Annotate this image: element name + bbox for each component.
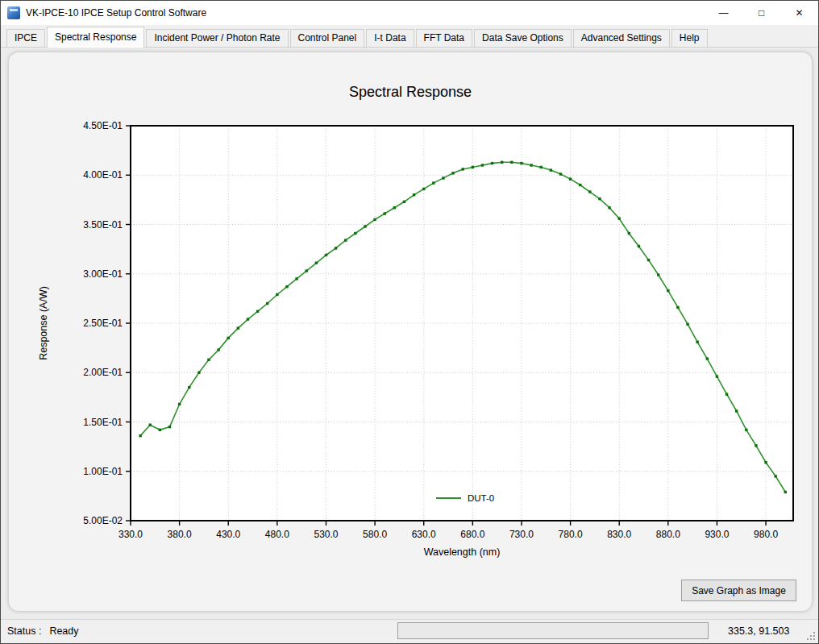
tab-ipce[interactable]: IPCE	[6, 29, 45, 47]
minimize-button[interactable]: —	[705, 1, 742, 25]
status-text: Status :Ready	[7, 625, 79, 637]
svg-text:2.50E-01: 2.50E-01	[83, 318, 123, 329]
svg-text:4.00E-01: 4.00E-01	[83, 169, 123, 181]
svg-text:880.0: 880.0	[656, 529, 680, 540]
svg-text:3.50E-01: 3.50E-01	[83, 219, 123, 231]
tab-strip: IPCESpectral ResponseIncident Power / Ph…	[1, 25, 818, 48]
tab-incident-power-photon-rate[interactable]: Incident Power / Photon Rate	[146, 29, 288, 47]
tab-fft-data[interactable]: FFT Data	[416, 29, 472, 47]
close-button[interactable]: ✕	[780, 1, 818, 25]
svg-text:1.00E-01: 1.00E-01	[83, 466, 123, 477]
svg-text:630.0: 630.0	[412, 529, 436, 540]
app-window: VK-IPCE-10 IPCE Setup Control Software —…	[0, 0, 819, 644]
svg-text:330.0: 330.0	[118, 529, 143, 540]
cursor-coordinates-readout: 335.3, 91.503	[728, 625, 789, 637]
svg-text:1.50E-01: 1.50E-01	[83, 417, 123, 428]
status-label: Status :	[7, 625, 41, 637]
svg-text:930.0: 930.0	[705, 529, 729, 540]
svg-text:430.0: 430.0	[216, 529, 240, 540]
svg-text:780.0: 780.0	[559, 529, 583, 540]
status-bar: Status :Ready 335.3, 91.503	[1, 619, 818, 643]
resize-grip-icon[interactable]	[806, 631, 816, 641]
svg-text:530.0: 530.0	[314, 529, 338, 540]
status-value: Ready	[49, 625, 78, 637]
svg-text:580.0: 580.0	[363, 529, 387, 540]
window-controls: —□✕	[705, 1, 818, 25]
window-title: VK-IPCE-10 IPCE Setup Control Software	[26, 7, 206, 19]
svg-text:5.00E-02: 5.00E-02	[83, 515, 123, 526]
svg-text:680.0: 680.0	[460, 529, 484, 540]
svg-text:4.50E-01: 4.50E-01	[83, 120, 123, 131]
tab-spectral-response[interactable]: Spectral Response	[47, 27, 144, 48]
x-tick-labels: 330.0380.0430.0480.0530.0580.0630.0680.0…	[118, 529, 778, 540]
tab-i-t-data[interactable]: I-t Data	[366, 29, 414, 47]
svg-text:3.00E-01: 3.00E-01	[83, 268, 123, 280]
title-bar: VK-IPCE-10 IPCE Setup Control Software —…	[1, 1, 818, 25]
y-tick-labels: 5.00E-021.00E-011.50E-012.00E-012.50E-01…	[83, 120, 123, 526]
save-graph-button[interactable]: Save Graph as Image	[681, 580, 796, 601]
svg-text:980.0: 980.0	[754, 529, 778, 540]
app-icon	[7, 6, 20, 19]
x-axis-title: Wavelength (nm)	[424, 546, 501, 558]
svg-text:730.0: 730.0	[509, 529, 534, 540]
svg-text:830.0: 830.0	[607, 529, 631, 540]
maximize-button[interactable]: □	[742, 1, 780, 25]
tab-page-spectral-response: Spectral Response 330.0380.0430.0480.053…	[9, 52, 812, 611]
progress-bar	[397, 622, 709, 639]
svg-text:480.0: 480.0	[265, 529, 289, 540]
y-axis-title: Response (A/W)	[38, 286, 49, 360]
chart-title: Spectral Response	[9, 84, 812, 101]
tab-data-save-options[interactable]: Data Save Options	[474, 29, 572, 47]
tab-advanced-settings[interactable]: Advanced Settings	[573, 29, 670, 47]
tab-help[interactable]: Help	[671, 29, 708, 47]
legend-label: DUT-0	[468, 493, 494, 503]
svg-text:2.00E-01: 2.00E-01	[83, 367, 123, 378]
svg-text:380.0: 380.0	[168, 529, 192, 540]
spectral-response-chart[interactable]: 330.0380.0430.0480.0530.0580.0630.0680.0…	[33, 110, 807, 573]
tab-control-panel[interactable]: Control Panel	[290, 29, 365, 47]
